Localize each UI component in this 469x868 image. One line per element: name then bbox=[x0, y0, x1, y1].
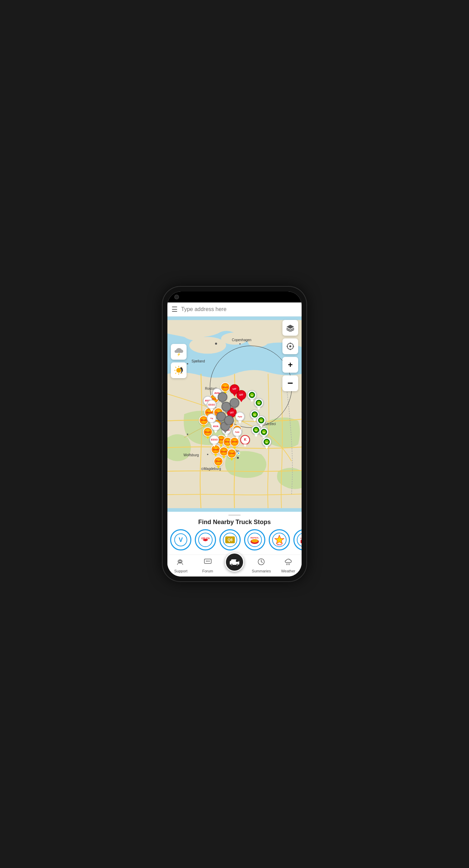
brands-scroll[interactable]: V ORLEN Q8 bbox=[167, 529, 302, 555]
center-button[interactable] bbox=[225, 553, 244, 572]
nav-support[interactable]: Support bbox=[167, 558, 194, 573]
svg-line-72 bbox=[287, 563, 287, 565]
svg-point-2 bbox=[221, 333, 248, 345]
svg-point-31 bbox=[289, 345, 291, 347]
svg-point-59 bbox=[179, 560, 181, 562]
phone-screen: ☰ bbox=[167, 292, 302, 576]
forum-icon bbox=[204, 558, 212, 568]
weather-icon bbox=[284, 558, 292, 568]
brand-tamoil[interactable]: TAMOIL ★ bbox=[293, 529, 302, 550]
svg-point-8 bbox=[207, 454, 208, 455]
summaries-icon bbox=[257, 558, 265, 568]
svg-point-7 bbox=[187, 434, 188, 435]
location-button[interactable] bbox=[282, 338, 298, 354]
bottom-nav: Support Forum bbox=[167, 555, 302, 576]
brand-v[interactable]: V bbox=[170, 529, 191, 550]
brand-repsol[interactable]: REPSOL bbox=[244, 529, 265, 550]
svg-point-37 bbox=[176, 368, 181, 373]
nav-summaries[interactable]: Summaries bbox=[248, 558, 275, 573]
camera bbox=[174, 295, 179, 299]
day-night-button[interactable] bbox=[171, 362, 187, 378]
brand-q8[interactable]: Q8 bbox=[219, 529, 241, 550]
svg-point-6 bbox=[237, 457, 239, 459]
svg-text:Shell: Shell bbox=[277, 544, 282, 546]
svg-text:Q8: Q8 bbox=[228, 538, 233, 542]
status-bar bbox=[167, 292, 302, 302]
svg-point-48 bbox=[251, 539, 258, 543]
zoom-in-button[interactable]: + bbox=[282, 357, 298, 373]
svg-point-61 bbox=[206, 561, 207, 562]
map-controls-right: + − bbox=[282, 320, 298, 391]
phone-frame: ☰ bbox=[163, 287, 306, 581]
svg-point-69 bbox=[237, 564, 238, 565]
svg-text:TAMOIL: TAMOIL bbox=[300, 537, 302, 540]
map-container[interactable]: Copenhagen Sjælland Rostock Wolfsburg ⊙M… bbox=[167, 317, 302, 512]
search-bar: ☰ bbox=[167, 302, 302, 317]
svg-point-62 bbox=[207, 561, 208, 562]
svg-point-68 bbox=[231, 564, 232, 565]
address-input[interactable] bbox=[181, 306, 297, 312]
svg-text:V: V bbox=[179, 536, 183, 543]
nav-forum[interactable]: Forum bbox=[194, 558, 221, 573]
svg-point-3 bbox=[248, 337, 268, 347]
handle-bar bbox=[228, 514, 241, 516]
svg-point-5 bbox=[187, 363, 188, 364]
weather-label: Weather bbox=[281, 569, 295, 573]
svg-point-51 bbox=[297, 533, 302, 547]
map-background bbox=[167, 317, 302, 512]
svg-rect-65 bbox=[231, 559, 237, 562]
panel-title: Find Nearby Truck Stops bbox=[167, 517, 302, 529]
summaries-label: Summaries bbox=[252, 569, 271, 573]
panel-handle bbox=[167, 512, 302, 517]
svg-text:REPSOL: REPSOL bbox=[251, 537, 259, 539]
nav-weather[interactable]: Weather bbox=[275, 558, 302, 573]
zoom-out-button[interactable]: − bbox=[282, 375, 298, 391]
forum-label: Forum bbox=[202, 569, 213, 573]
svg-line-74 bbox=[289, 563, 290, 565]
brand-shell[interactable]: Shell bbox=[269, 529, 290, 550]
svg-point-63 bbox=[208, 561, 210, 562]
bottom-panel: Find Nearby Truck Stops V ORLEN bbox=[167, 512, 302, 576]
svg-rect-53 bbox=[301, 540, 302, 543]
support-icon bbox=[177, 558, 185, 568]
svg-rect-70 bbox=[236, 560, 239, 562]
weather-alert-button[interactable]: ⚡ bbox=[171, 344, 187, 360]
map-controls-left: ⚡ bbox=[171, 344, 187, 378]
brand-orlen[interactable]: ORLEN bbox=[195, 529, 216, 550]
svg-point-1 bbox=[189, 337, 226, 354]
svg-line-73 bbox=[288, 563, 288, 565]
nav-center[interactable] bbox=[221, 559, 248, 572]
svg-point-4 bbox=[215, 343, 217, 345]
support-label: Support bbox=[174, 569, 188, 573]
layers-button[interactable] bbox=[282, 320, 298, 336]
menu-icon[interactable]: ☰ bbox=[172, 305, 178, 313]
svg-text:⚡: ⚡ bbox=[177, 352, 181, 356]
